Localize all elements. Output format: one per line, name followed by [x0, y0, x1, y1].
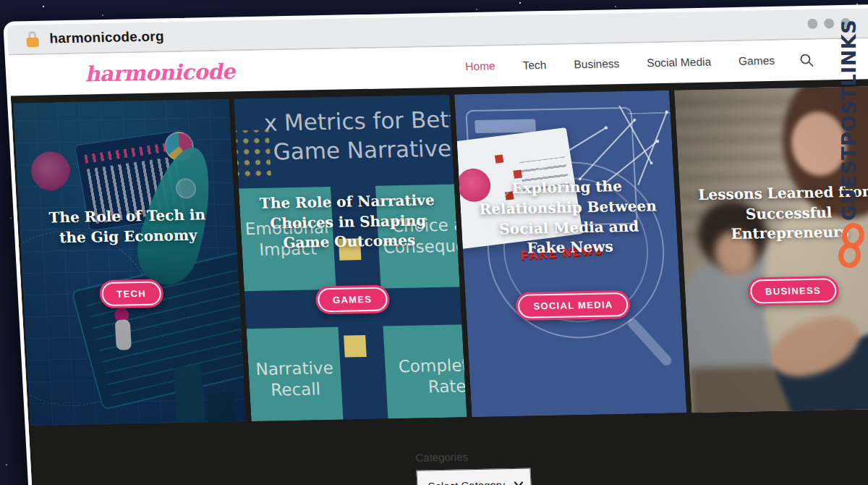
category-badge-tech[interactable]: TECH	[98, 279, 164, 309]
lock-icon	[26, 31, 39, 47]
categories-label: Categories	[415, 442, 868, 463]
footer-widget-area: Categories Select Category	[33, 442, 868, 485]
post-title: The Role of Tech in the Gig Economy	[19, 204, 237, 248]
main-nav: Home Tech Business Social Media Games	[465, 53, 814, 74]
nav-item-tech[interactable]: Tech	[522, 59, 547, 72]
nav-item-social-media[interactable]: Social Media	[647, 56, 712, 70]
post-card-tech[interactable]: The Role of Tech in the Gig Economy TECH	[13, 99, 246, 426]
watermark-guestpostlinks: GUESTPOSTLINKS	[838, 18, 860, 221]
post-title: Exploring the Relationship Between Socia…	[459, 176, 678, 260]
nav-item-business[interactable]: Business	[574, 57, 620, 71]
site-logo[interactable]: harmonicode	[84, 59, 235, 86]
chevron-down-icon	[514, 481, 523, 485]
nav-item-games[interactable]: Games	[739, 54, 775, 68]
category-badge-games[interactable]: GAMES	[315, 284, 390, 314]
category-badge-social-media[interactable]: SOCIAL MEDIA	[515, 290, 631, 321]
window-control-dot[interactable]	[807, 19, 818, 29]
window-control-dot[interactable]	[824, 18, 835, 28]
category-select[interactable]: Select Category	[416, 468, 532, 485]
card-art-game-metrics: x Metrics for Bett Game Narrative Emotio…	[234, 95, 467, 421]
post-card-games[interactable]: x Metrics for Bett Game Narrative Emotio…	[234, 95, 467, 421]
post-title: The Role of Narrative Choices in Shaping…	[239, 190, 457, 255]
nav-item-home[interactable]: Home	[465, 59, 495, 73]
post-card-social-media[interactable]: FAKE NEWS Exploring the Relationship Bet…	[454, 90, 687, 417]
quadrant-label: Narrative Recall	[246, 327, 344, 421]
browser-window: harmonicode.org harmonicode Home Tech Bu…	[3, 4, 868, 485]
card-art-tech-illustration	[13, 99, 246, 426]
search-icon[interactable]	[799, 53, 814, 67]
page-content: The Role of Tech in the Gig Economy TECH…	[11, 79, 868, 485]
address-url[interactable]: harmonicode.org	[49, 28, 164, 46]
category-badge-business[interactable]: BUSINESS	[747, 276, 839, 305]
featured-posts-row: The Role of Tech in the Gig Economy TECH…	[13, 86, 868, 426]
quadrant-label: Completion Rate	[383, 324, 467, 421]
dots-pattern	[234, 130, 271, 177]
category-select-value: Select Category	[427, 478, 506, 485]
